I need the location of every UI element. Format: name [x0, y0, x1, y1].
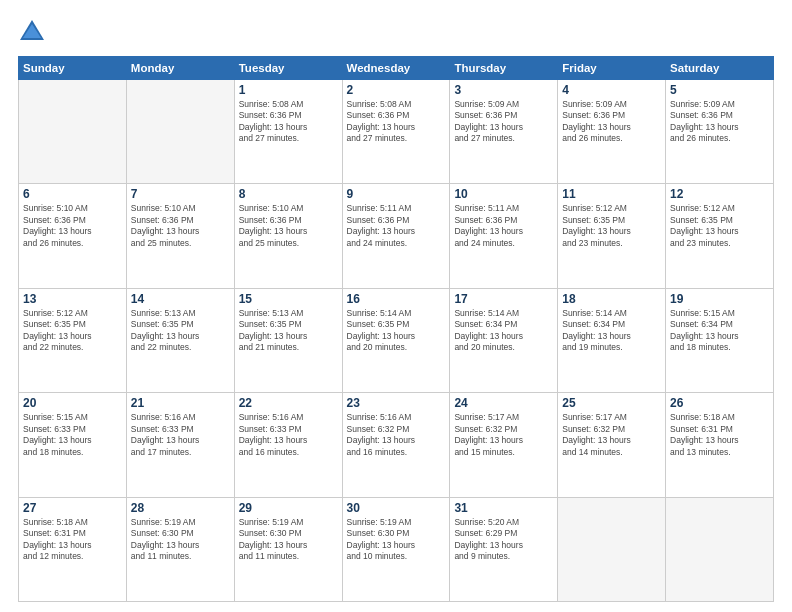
day-number: 4	[562, 83, 661, 97]
day-number: 21	[131, 396, 230, 410]
day-number: 19	[670, 292, 769, 306]
calendar-cell: 6Sunrise: 5:10 AM Sunset: 6:36 PM Daylig…	[19, 184, 127, 288]
calendar-cell: 2Sunrise: 5:08 AM Sunset: 6:36 PM Daylig…	[342, 80, 450, 184]
calendar-cell	[558, 497, 666, 601]
cell-info: Sunrise: 5:14 AM Sunset: 6:34 PM Dayligh…	[454, 308, 553, 354]
cell-info: Sunrise: 5:14 AM Sunset: 6:34 PM Dayligh…	[562, 308, 661, 354]
day-number: 22	[239, 396, 338, 410]
day-number: 6	[23, 187, 122, 201]
cell-info: Sunrise: 5:19 AM Sunset: 6:30 PM Dayligh…	[131, 517, 230, 563]
cell-info: Sunrise: 5:11 AM Sunset: 6:36 PM Dayligh…	[347, 203, 446, 249]
cell-info: Sunrise: 5:08 AM Sunset: 6:36 PM Dayligh…	[239, 99, 338, 145]
header	[18, 18, 774, 46]
calendar-cell: 3Sunrise: 5:09 AM Sunset: 6:36 PM Daylig…	[450, 80, 558, 184]
calendar-cell: 7Sunrise: 5:10 AM Sunset: 6:36 PM Daylig…	[126, 184, 234, 288]
calendar-cell	[19, 80, 127, 184]
weekday-header-saturday: Saturday	[666, 57, 774, 80]
calendar-cell: 21Sunrise: 5:16 AM Sunset: 6:33 PM Dayli…	[126, 393, 234, 497]
calendar-cell: 12Sunrise: 5:12 AM Sunset: 6:35 PM Dayli…	[666, 184, 774, 288]
day-number: 16	[347, 292, 446, 306]
cell-info: Sunrise: 5:13 AM Sunset: 6:35 PM Dayligh…	[131, 308, 230, 354]
day-number: 23	[347, 396, 446, 410]
cell-info: Sunrise: 5:10 AM Sunset: 6:36 PM Dayligh…	[131, 203, 230, 249]
day-number: 12	[670, 187, 769, 201]
cell-info: Sunrise: 5:10 AM Sunset: 6:36 PM Dayligh…	[23, 203, 122, 249]
day-number: 15	[239, 292, 338, 306]
weekday-header-wednesday: Wednesday	[342, 57, 450, 80]
day-number: 14	[131, 292, 230, 306]
weekday-header-friday: Friday	[558, 57, 666, 80]
calendar-cell: 31Sunrise: 5:20 AM Sunset: 6:29 PM Dayli…	[450, 497, 558, 601]
cell-info: Sunrise: 5:20 AM Sunset: 6:29 PM Dayligh…	[454, 517, 553, 563]
day-number: 2	[347, 83, 446, 97]
calendar-cell: 1Sunrise: 5:08 AM Sunset: 6:36 PM Daylig…	[234, 80, 342, 184]
calendar-body: 1Sunrise: 5:08 AM Sunset: 6:36 PM Daylig…	[19, 80, 774, 602]
cell-info: Sunrise: 5:09 AM Sunset: 6:36 PM Dayligh…	[670, 99, 769, 145]
calendar-cell: 29Sunrise: 5:19 AM Sunset: 6:30 PM Dayli…	[234, 497, 342, 601]
calendar-cell: 22Sunrise: 5:16 AM Sunset: 6:33 PM Dayli…	[234, 393, 342, 497]
calendar-cell: 8Sunrise: 5:10 AM Sunset: 6:36 PM Daylig…	[234, 184, 342, 288]
week-row-1: 6Sunrise: 5:10 AM Sunset: 6:36 PM Daylig…	[19, 184, 774, 288]
calendar-cell: 25Sunrise: 5:17 AM Sunset: 6:32 PM Dayli…	[558, 393, 666, 497]
cell-info: Sunrise: 5:15 AM Sunset: 6:33 PM Dayligh…	[23, 412, 122, 458]
cell-info: Sunrise: 5:14 AM Sunset: 6:35 PM Dayligh…	[347, 308, 446, 354]
week-row-0: 1Sunrise: 5:08 AM Sunset: 6:36 PM Daylig…	[19, 80, 774, 184]
cell-info: Sunrise: 5:15 AM Sunset: 6:34 PM Dayligh…	[670, 308, 769, 354]
calendar-cell: 11Sunrise: 5:12 AM Sunset: 6:35 PM Dayli…	[558, 184, 666, 288]
calendar-cell: 5Sunrise: 5:09 AM Sunset: 6:36 PM Daylig…	[666, 80, 774, 184]
calendar-cell: 18Sunrise: 5:14 AM Sunset: 6:34 PM Dayli…	[558, 288, 666, 392]
calendar-cell: 28Sunrise: 5:19 AM Sunset: 6:30 PM Dayli…	[126, 497, 234, 601]
day-number: 3	[454, 83, 553, 97]
week-row-3: 20Sunrise: 5:15 AM Sunset: 6:33 PM Dayli…	[19, 393, 774, 497]
day-number: 28	[131, 501, 230, 515]
day-number: 31	[454, 501, 553, 515]
cell-info: Sunrise: 5:08 AM Sunset: 6:36 PM Dayligh…	[347, 99, 446, 145]
cell-info: Sunrise: 5:16 AM Sunset: 6:33 PM Dayligh…	[239, 412, 338, 458]
cell-info: Sunrise: 5:12 AM Sunset: 6:35 PM Dayligh…	[562, 203, 661, 249]
day-number: 5	[670, 83, 769, 97]
calendar-cell: 10Sunrise: 5:11 AM Sunset: 6:36 PM Dayli…	[450, 184, 558, 288]
day-number: 30	[347, 501, 446, 515]
day-number: 11	[562, 187, 661, 201]
calendar-cell: 30Sunrise: 5:19 AM Sunset: 6:30 PM Dayli…	[342, 497, 450, 601]
day-number: 17	[454, 292, 553, 306]
page: SundayMondayTuesdayWednesdayThursdayFrid…	[0, 0, 792, 612]
cell-info: Sunrise: 5:10 AM Sunset: 6:36 PM Dayligh…	[239, 203, 338, 249]
calendar-cell: 9Sunrise: 5:11 AM Sunset: 6:36 PM Daylig…	[342, 184, 450, 288]
cell-info: Sunrise: 5:19 AM Sunset: 6:30 PM Dayligh…	[347, 517, 446, 563]
day-number: 20	[23, 396, 122, 410]
weekday-header-sunday: Sunday	[19, 57, 127, 80]
day-number: 18	[562, 292, 661, 306]
day-number: 8	[239, 187, 338, 201]
day-number: 24	[454, 396, 553, 410]
cell-info: Sunrise: 5:12 AM Sunset: 6:35 PM Dayligh…	[23, 308, 122, 354]
cell-info: Sunrise: 5:17 AM Sunset: 6:32 PM Dayligh…	[562, 412, 661, 458]
day-number: 29	[239, 501, 338, 515]
calendar-cell: 13Sunrise: 5:12 AM Sunset: 6:35 PM Dayli…	[19, 288, 127, 392]
cell-info: Sunrise: 5:12 AM Sunset: 6:35 PM Dayligh…	[670, 203, 769, 249]
calendar-cell: 16Sunrise: 5:14 AM Sunset: 6:35 PM Dayli…	[342, 288, 450, 392]
day-number: 13	[23, 292, 122, 306]
calendar-cell: 26Sunrise: 5:18 AM Sunset: 6:31 PM Dayli…	[666, 393, 774, 497]
weekday-header-tuesday: Tuesday	[234, 57, 342, 80]
cell-info: Sunrise: 5:09 AM Sunset: 6:36 PM Dayligh…	[454, 99, 553, 145]
cell-info: Sunrise: 5:09 AM Sunset: 6:36 PM Dayligh…	[562, 99, 661, 145]
day-number: 10	[454, 187, 553, 201]
logo-icon	[18, 18, 46, 46]
day-number: 27	[23, 501, 122, 515]
calendar-cell: 27Sunrise: 5:18 AM Sunset: 6:31 PM Dayli…	[19, 497, 127, 601]
day-number: 1	[239, 83, 338, 97]
calendar-table: SundayMondayTuesdayWednesdayThursdayFrid…	[18, 56, 774, 602]
weekday-header-thursday: Thursday	[450, 57, 558, 80]
calendar-cell: 14Sunrise: 5:13 AM Sunset: 6:35 PM Dayli…	[126, 288, 234, 392]
calendar-cell: 17Sunrise: 5:14 AM Sunset: 6:34 PM Dayli…	[450, 288, 558, 392]
cell-info: Sunrise: 5:19 AM Sunset: 6:30 PM Dayligh…	[239, 517, 338, 563]
calendar-cell: 19Sunrise: 5:15 AM Sunset: 6:34 PM Dayli…	[666, 288, 774, 392]
weekday-header-monday: Monday	[126, 57, 234, 80]
cell-info: Sunrise: 5:13 AM Sunset: 6:35 PM Dayligh…	[239, 308, 338, 354]
weekday-header-row: SundayMondayTuesdayWednesdayThursdayFrid…	[19, 57, 774, 80]
calendar-cell	[126, 80, 234, 184]
cell-info: Sunrise: 5:18 AM Sunset: 6:31 PM Dayligh…	[23, 517, 122, 563]
cell-info: Sunrise: 5:17 AM Sunset: 6:32 PM Dayligh…	[454, 412, 553, 458]
calendar-cell: 4Sunrise: 5:09 AM Sunset: 6:36 PM Daylig…	[558, 80, 666, 184]
